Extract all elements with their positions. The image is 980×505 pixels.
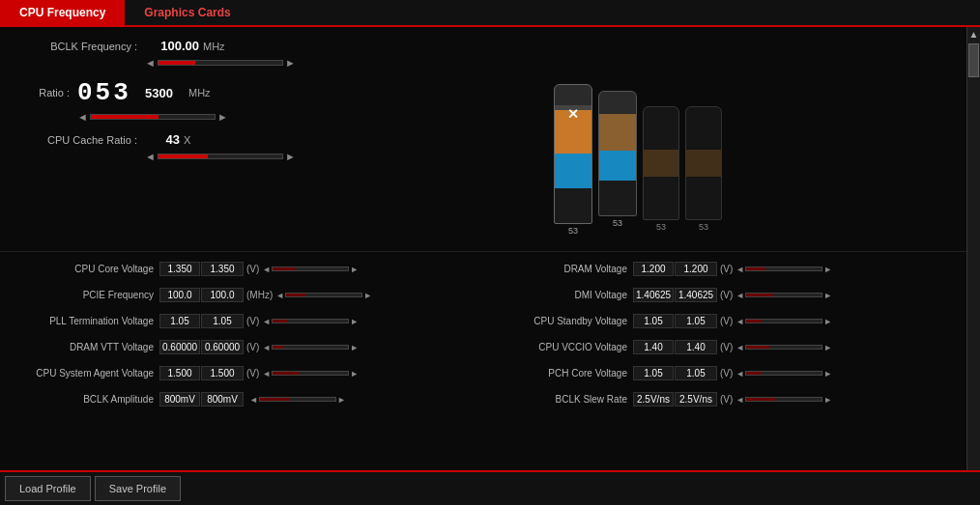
bclk-slider-right-arrow[interactable]: ► (285, 57, 296, 69)
cpu-vccio-row: CPU VCCIO Voltage 1.40 1.40 (V) ◄ ► (488, 334, 962, 360)
pll-left-arrow[interactable]: ◄ (262, 317, 271, 326)
ram-stick-2: 53 (598, 91, 637, 228)
pch-core-slider[interactable] (745, 371, 822, 376)
ratio-slider-fill (91, 115, 159, 119)
tab-graphics-cards[interactable]: Graphics Cards (125, 0, 249, 25)
bclk-amplitude-row: BCLK Amplitude 800mV 800mV ◄ ► (5, 386, 478, 412)
cpu-sysagent-slider[interactable] (272, 371, 349, 376)
cpu-sysagent-row: CPU System Agent Voltage 1.500 1.500 (V)… (5, 360, 478, 386)
cpu-standby-slider[interactable] (745, 319, 822, 323)
section-divider (0, 251, 966, 252)
ratio-slider-right-arrow[interactable]: ► (217, 111, 228, 123)
pcie-left-arrow[interactable]: ◄ (275, 291, 284, 300)
pch-core-right-arrow[interactable]: ► (823, 369, 832, 379)
cpu-core-left-arrow[interactable]: ◄ (262, 265, 271, 274)
ratio-value: 053 (77, 78, 145, 107)
bclk-slew-rate-row: BCLK Slew Rate 2.5V/ns 2.5V/ns (V) ◄ ► (488, 386, 962, 412)
bclk-value: 100.00 (145, 39, 203, 53)
dram-vtt-slider[interactable] (272, 345, 349, 350)
cpu-core-right-arrow[interactable]: ► (350, 265, 359, 274)
dram-right-arrow[interactable]: ► (823, 265, 832, 274)
dram-vtt-row: DRAM VTT Voltage 0.60000 0.60000 (V) ◄ ► (5, 334, 478, 360)
dmi-slider[interactable] (745, 293, 822, 297)
pcie-slider[interactable] (285, 293, 362, 297)
bclk-slider-fill (159, 61, 195, 65)
cpu-standby-right-arrow[interactable]: ► (823, 317, 832, 326)
ram-stick-4: 53 (685, 106, 722, 232)
cpu-core-slider[interactable] (272, 267, 349, 271)
tab-cpu-frequency[interactable]: CPU Frequency (0, 0, 125, 25)
voltage-panel-left: CPU Core Voltage 1.350 1.350 (V) ◄ ► PCI… (0, 256, 483, 468)
load-profile-button[interactable]: Load Profile (5, 476, 91, 501)
pcie-right-arrow[interactable]: ► (363, 291, 372, 300)
cpu-cache-label: CPU Cache Ratio : (19, 134, 145, 146)
pch-core-row: PCH Core Voltage 1.05 1.05 (V) ◄ ► (488, 360, 962, 386)
scrollbar-thumb[interactable] (968, 43, 979, 77)
pcie-frequency-row: PCIE Frequency 100.0 100.0 (MHz) ◄ ► (5, 282, 478, 308)
bclk-unit: MHz (203, 41, 225, 52)
voltage-panel-right: DRAM Voltage 1.200 1.200 (V) ◄ ► DMI Vol… (483, 256, 966, 468)
cpu-cache-slider-track[interactable] (158, 154, 283, 159)
cpu-sysagent-left-arrow[interactable]: ◄ (262, 369, 271, 379)
dmi-right-arrow[interactable]: ► (823, 291, 832, 300)
scrollbar: ▲ (966, 27, 980, 470)
ram-stick-1: ✕ 53 (554, 84, 592, 236)
ratio-unit: MHz (188, 87, 211, 98)
cpu-cache-unit: X (184, 134, 190, 146)
ratio-slider-left-arrow[interactable]: ◄ (77, 111, 88, 123)
bclk-label: BCLK Frequency : (19, 41, 145, 52)
bclk-slider-left-arrow[interactable]: ◄ (145, 57, 156, 69)
dram-vtt-left-arrow[interactable]: ◄ (262, 343, 271, 352)
ratio-mhz: 5300 (145, 86, 188, 100)
bclk-slew-slider[interactable] (745, 397, 822, 402)
bclk-amp-slider[interactable] (259, 397, 336, 402)
ram-visualization: ✕ 53 53 53 (329, 39, 947, 245)
cpu-standby-left-arrow[interactable]: ◄ (735, 317, 744, 326)
ram-stick-3: 53 (643, 106, 679, 232)
save-profile-button[interactable]: Save Profile (95, 476, 181, 501)
scroll-up-arrow[interactable]: ▲ (967, 27, 980, 42)
pll-right-arrow[interactable]: ► (350, 317, 359, 326)
bclk-slew-left-arrow[interactable]: ◄ (735, 395, 744, 405)
cpu-core-voltage-row: CPU Core Voltage 1.350 1.350 (V) ◄ ► (5, 256, 478, 282)
pll-termination-row: PLL Termination Voltage 1.05 1.05 (V) ◄ … (5, 308, 478, 334)
ratio-label: Ratio : (19, 87, 77, 98)
cpu-cache-slider-right-arrow[interactable]: ► (285, 151, 296, 162)
dram-vtt-right-arrow[interactable]: ► (350, 343, 359, 352)
bclk-slew-right-arrow[interactable]: ► (823, 395, 832, 405)
bclk-slider-track[interactable] (158, 60, 283, 66)
ratio-slider-track[interactable] (90, 114, 216, 120)
cpu-cache-slider-left-arrow[interactable]: ◄ (145, 151, 156, 162)
bclk-amp-left-arrow[interactable]: ◄ (249, 395, 258, 405)
cpu-cache-slider-fill (159, 154, 208, 158)
cpu-vccio-slider[interactable] (745, 345, 822, 350)
tab-bar: CPU Frequency Graphics Cards (0, 0, 980, 27)
cpu-sysagent-right-arrow[interactable]: ► (350, 369, 359, 379)
footer: Load Profile Save Profile (0, 470, 980, 505)
cpu-vccio-right-arrow[interactable]: ► (823, 343, 832, 352)
cpu-standby-row: CPU Standby Voltage 1.05 1.05 (V) ◄ ► (488, 308, 962, 334)
dram-left-arrow[interactable]: ◄ (735, 265, 744, 274)
dram-slider[interactable] (745, 267, 822, 271)
dram-voltage-row: DRAM Voltage 1.200 1.200 (V) ◄ ► (488, 256, 962, 282)
cpu-cache-value: 43 (145, 132, 184, 147)
dmi-left-arrow[interactable]: ◄ (735, 291, 744, 300)
pll-slider[interactable] (272, 319, 349, 323)
bclk-amp-right-arrow[interactable]: ► (337, 395, 346, 405)
pch-core-left-arrow[interactable]: ◄ (735, 369, 744, 379)
cpu-vccio-left-arrow[interactable]: ◄ (735, 343, 744, 352)
voltage-section: CPU Core Voltage 1.350 1.350 (V) ◄ ► PCI… (0, 254, 966, 470)
dmi-voltage-row: DMI Voltage 1.40625 1.40625 (V) ◄ ► (488, 282, 962, 308)
